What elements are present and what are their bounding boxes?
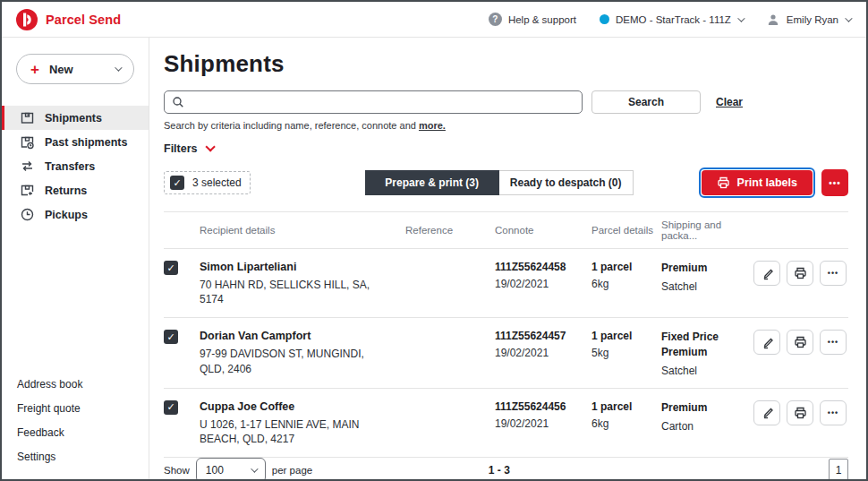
search-input[interactable]: [190, 96, 574, 108]
table-row: ✓ Simon Liparteliani 70 HAHN RD, SELLICK…: [164, 249, 848, 318]
chevron-down-icon: [737, 14, 745, 21]
controls-right: Print labels •••: [699, 167, 848, 198]
top-bar-right: ? Help & support DEMO - StarTrack - 111Z…: [489, 13, 850, 27]
row-actions: •••: [745, 330, 848, 355]
clock-icon: [20, 207, 35, 222]
page-title: Shipments: [164, 50, 848, 78]
select-all-checkbox[interactable]: ✓: [170, 176, 184, 190]
column-header-connote: Connote: [495, 225, 591, 236]
edit-button[interactable]: [753, 400, 780, 425]
print-button[interactable]: [787, 330, 813, 355]
chevron-down-icon: [115, 64, 122, 71]
page-size-select[interactable]: 100: [196, 458, 266, 481]
row-checkbox[interactable]: ✓: [164, 400, 178, 415]
parcel-weight: 5kg: [591, 347, 661, 359]
print-labels-focus-ring: Print labels: [699, 167, 815, 198]
new-button-label: New: [49, 63, 73, 76]
user-icon: [766, 13, 780, 27]
recipient-address: 70 HAHN RD, SELLICKS HILL, SA, 5174: [200, 278, 405, 306]
sidebar-item-label: Shipments: [45, 112, 102, 125]
print-labels-label: Print labels: [737, 176, 797, 189]
edit-button[interactable]: [753, 261, 780, 286]
pencil-icon: [761, 406, 774, 419]
results-range-label: 1 - 3: [489, 464, 510, 477]
sidebar-item-label: Transfers: [45, 160, 95, 173]
app-window: Parcel Send ? Help & support DEMO - Star…: [0, 0, 868, 481]
column-header-recipient: Recipient details: [200, 225, 405, 236]
search-hint-more-link[interactable]: more.: [419, 120, 446, 131]
return-parcel-icon: [20, 183, 35, 198]
account-status-dot-icon: [600, 14, 609, 24]
transfer-arrows-icon: [20, 159, 35, 174]
search-row: Search Clear: [164, 90, 848, 114]
parcel-history-icon: [20, 134, 35, 150]
help-support-link[interactable]: ? Help & support: [489, 13, 576, 26]
print-button[interactable]: [787, 261, 813, 286]
connote-date: 19/02/2021: [495, 347, 591, 359]
connote-number: 111Z55624456: [495, 400, 591, 413]
parcel-count: 1 parcel: [591, 330, 661, 342]
more-actions-button[interactable]: •••: [821, 169, 848, 196]
row-checkbox[interactable]: ✓: [164, 330, 178, 344]
show-label: Show: [164, 465, 190, 476]
sidebar-item-freight-quote[interactable]: Freight quote: [17, 396, 149, 420]
sidebar: + New Shipments: [2, 38, 149, 479]
account-label: DEMO - StarTrack - 111Z: [616, 14, 731, 25]
recipient-cell: Cuppa Joe Coffee U 1026, 1-17 LENNIE AVE…: [200, 400, 405, 446]
filters-toggle[interactable]: Filters: [164, 142, 848, 155]
sidebar-item-shipments[interactable]: Shipments: [2, 106, 149, 130]
body: + New Shipments: [2, 38, 866, 479]
app-name: Parcel Send: [46, 13, 121, 27]
clear-link[interactable]: Clear: [716, 96, 743, 108]
print-labels-button[interactable]: Print labels: [702, 170, 813, 195]
connote-date: 19/02/2021: [495, 278, 591, 290]
help-icon: ?: [489, 13, 502, 26]
sidebar-item-transfers[interactable]: Transfers: [2, 154, 149, 178]
user-label: Emily Ryan: [787, 14, 838, 25]
tab-ready-to-despatch[interactable]: Ready to despatch (0): [499, 170, 634, 195]
row-checkbox[interactable]: ✓: [164, 261, 178, 275]
sidebar-item-pickups[interactable]: Pickups: [2, 202, 149, 227]
sidebar-item-returns[interactable]: Returns: [2, 178, 149, 202]
filters-label: Filters: [164, 142, 198, 155]
australia-post-logo-icon: [16, 9, 38, 30]
sidebar-item-feedback[interactable]: Feedback: [17, 420, 149, 444]
parcel-cell: 1 parcel 6kg: [591, 261, 661, 290]
parcel-icon: [20, 110, 35, 125]
chevron-down-icon: [205, 142, 215, 151]
account-switcher[interactable]: DEMO - StarTrack - 111Z: [600, 14, 743, 25]
selected-count-label: 3 selected: [192, 176, 242, 189]
sidebar-item-past-shipments[interactable]: Past shipments: [2, 130, 149, 154]
column-header-shipping: Shipping and packa...: [661, 219, 745, 241]
app-logo[interactable]: Parcel Send: [16, 9, 121, 30]
table-header-row: Recipient details Reference Connote Parc…: [164, 211, 848, 249]
edit-button[interactable]: [753, 330, 780, 355]
row-more-button[interactable]: •••: [820, 330, 847, 355]
table-row: ✓ Dorian Van Campfort 97-99 DAVIDSON ST,…: [164, 318, 848, 389]
controls-row: ✓ 3 selected Prepare & print (3) Ready t…: [164, 167, 848, 198]
help-support-label: Help & support: [508, 14, 576, 25]
new-button[interactable]: + New: [16, 54, 134, 84]
printer-icon: [794, 267, 807, 279]
recipient-name: Simon Liparteliani: [200, 261, 405, 273]
parcel-weight: 6kg: [591, 278, 661, 290]
pencil-icon: [761, 267, 774, 280]
search-button[interactable]: Search: [591, 90, 701, 114]
page-number-button[interactable]: 1: [829, 459, 848, 481]
search-box: [164, 90, 583, 114]
user-menu[interactable]: Emily Ryan: [766, 13, 850, 27]
row-more-button[interactable]: •••: [820, 261, 847, 286]
page-size-value: 100: [206, 464, 224, 477]
sidebar-item-label: Past shipments: [45, 136, 127, 149]
sidebar-item-address-book[interactable]: Address book: [17, 372, 149, 396]
tab-prepare-and-print[interactable]: Prepare & print (3): [365, 170, 499, 195]
print-button[interactable]: [787, 400, 813, 425]
status-tabs: Prepare & print (3) Ready to despatch (0…: [365, 170, 634, 195]
sidebar-footer: Address book Freight quote Feedback Sett…: [2, 372, 149, 479]
shipping-cell: Premium Carton: [661, 400, 745, 433]
connote-number: 111Z55624457: [495, 330, 591, 342]
sidebar-item-label: Pickups: [45, 209, 88, 221]
row-actions: •••: [745, 400, 848, 425]
row-more-button[interactable]: •••: [820, 400, 847, 425]
sidebar-item-settings[interactable]: Settings: [17, 444, 149, 468]
